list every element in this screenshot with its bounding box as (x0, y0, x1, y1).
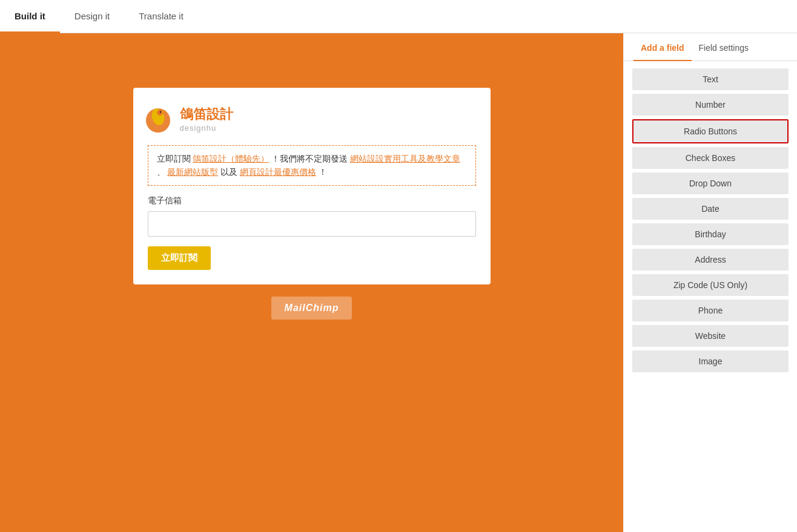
logo-icon (142, 102, 175, 136)
email-label: 電子信箱 (148, 195, 476, 206)
panel-tab-field-settings[interactable]: Field settings (692, 33, 756, 61)
sub-text-4: 以及 (218, 167, 240, 177)
logo-chinese: 鴿笛設計 (180, 105, 233, 123)
field-btn-address[interactable]: Address (632, 249, 789, 271)
main-layout: 鴿笛設計 designhu 立即訂閱 鴿笛設計（體驗先） ！我們將不定期發送 網… (0, 33, 797, 532)
field-btn-date[interactable]: Date (632, 198, 789, 220)
subscription-text-box: 立即訂閱 鴿笛設計（體驗先） ！我們將不定期發送 網站設設實用工具及教學文章 、… (148, 145, 476, 186)
tab-translate-it[interactable]: Translate it (124, 0, 198, 33)
right-panel: Add a field Field settings Text Number R… (623, 33, 797, 532)
sub-text-1: 立即訂閱 (157, 154, 193, 163)
field-btn-phone[interactable]: Phone (632, 300, 789, 321)
canvas-area: 鴿笛設計 designhu 立即訂閱 鴿笛設計（體驗先） ！我們將不定期發送 網… (0, 33, 623, 532)
field-btn-zip-code[interactable]: Zip Code (US Only) (632, 274, 789, 296)
sub-text-3: 、 (157, 167, 168, 177)
panel-tabs: Add a field Field settings (624, 33, 797, 61)
field-btn-check-boxes[interactable]: Check Boxes (632, 147, 789, 169)
field-btn-website[interactable]: Website (632, 325, 789, 347)
panel-tab-add-field[interactable]: Add a field (633, 33, 692, 61)
sub-link-4[interactable]: 網頁設計最優惠價格 (240, 167, 316, 177)
field-btn-drop-down[interactable]: Drop Down (632, 172, 789, 194)
tab-design-it[interactable]: Design it (60, 0, 124, 33)
sub-link-3[interactable]: 最新網站版型 (167, 167, 218, 177)
logo-english: designhu (180, 123, 233, 133)
field-btn-image[interactable]: Image (632, 350, 789, 372)
tab-build-it[interactable]: Build it (0, 0, 60, 33)
top-nav: Build it Design it Translate it (0, 0, 797, 33)
field-btn-radio-buttons[interactable]: Radio Buttons (632, 119, 789, 143)
sub-link-1[interactable]: 鴿笛設計（體驗先） (193, 154, 269, 163)
form-card: 鴿笛設計 designhu 立即訂閱 鴿笛設計（體驗先） ！我們將不定期發送 網… (133, 88, 491, 284)
submit-button[interactable]: 立即訂閱 (148, 246, 211, 270)
svg-point-4 (159, 111, 161, 113)
field-btn-number[interactable]: Number (632, 94, 789, 116)
email-input[interactable] (148, 211, 476, 237)
sub-text-5: ！ (316, 167, 327, 177)
field-btn-birthday[interactable]: Birthday (632, 223, 789, 245)
field-buttons-list: Text Number Radio Buttons Check Boxes Dr… (624, 61, 797, 379)
sub-text-2: ！我們將不定期發送 (269, 154, 350, 163)
logo-text: 鴿笛設計 designhu (180, 105, 233, 133)
mailchimp-badge: MailChimp (271, 297, 352, 320)
field-btn-text[interactable]: Text (632, 68, 789, 90)
logo-area: 鴿笛設計 designhu (142, 102, 476, 136)
sub-link-2[interactable]: 網站設設實用工具及教學文章 (350, 154, 460, 163)
